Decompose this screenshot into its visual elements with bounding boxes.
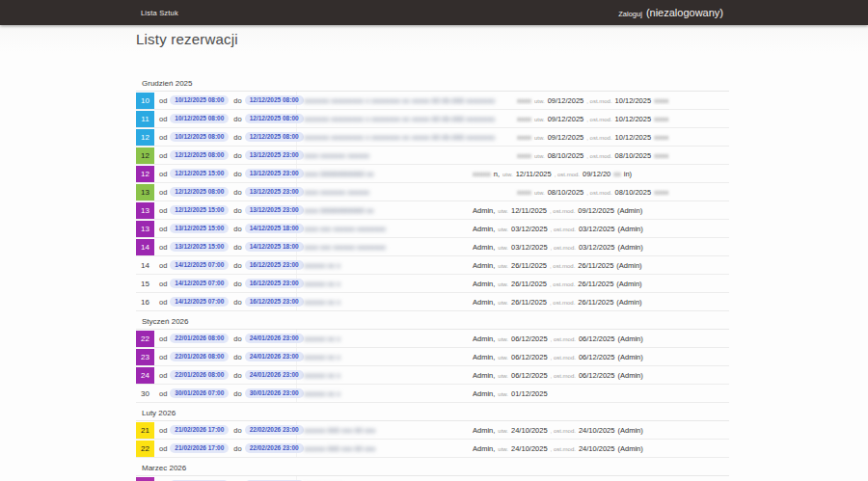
- row-number-badge: 14: [136, 257, 154, 274]
- to-date-pill: 24/01/2026 23:00: [245, 370, 304, 381]
- from-label: od: [159, 133, 167, 142]
- meta-text: 24/10/2025: [579, 426, 615, 435]
- from-label: od: [159, 353, 167, 361]
- meta-text: 06/12/2025: [511, 353, 548, 361]
- row-dates-cell: 13od12/12/2025 15:00do13/12/2025 23:00: [136, 201, 297, 219]
- from-label: od: [159, 444, 167, 453]
- meta-text: 26/11/2025: [511, 280, 547, 288]
- month-group-title: Grudzień 2025: [136, 73, 729, 92]
- from-date-pill: 10/12/2025 08:00: [170, 132, 229, 143]
- to-date-pill: 30/01/2026 23:00: [245, 388, 304, 399]
- meta-label: , ost.mod.: [551, 373, 576, 379]
- reservation-row[interactable]: 13od12/12/2025 08:00do13/12/2025 23:00xx…: [136, 183, 729, 201]
- to-label: do: [233, 96, 241, 105]
- meta-label: , ost.mod.: [550, 263, 575, 269]
- reservation-name-cell: xxxxxx xx x: [297, 353, 471, 361]
- login-link[interactable]: Zaloguj (niezalogowany): [618, 7, 723, 18]
- meta-text: 10/12/2025: [615, 96, 652, 105]
- reservation-row[interactable]: 12od12/12/2025 08:00do13/12/2025 23:00xx…: [136, 147, 729, 165]
- to-label: do: [233, 133, 241, 142]
- reservation-name-redacted: xxxxxx xx x: [304, 353, 340, 361]
- row-number-badge: 30: [136, 386, 154, 402]
- meta-text: 24/10/2025: [511, 426, 548, 435]
- reservation-row[interactable]: 13od12/12/2025 15:00do13/12/2025 23:00xx…: [136, 201, 729, 220]
- meta-text: (Admin): [617, 444, 642, 453]
- reservation-row[interactable]: 14od13/12/2025 15:00do14/12/2025 18:00xx…: [136, 238, 729, 256]
- to-date-pill: 12/12/2025 08:00: [245, 95, 304, 106]
- reservation-row[interactable]: 23od22/01/2026 08:00do24/01/2026 23:00xx…: [136, 348, 729, 366]
- to-label: do: [233, 170, 241, 178]
- to-label: do: [233, 444, 241, 453]
- to-date-pill: 16/12/2025 23:00: [245, 260, 304, 271]
- to-label: do: [233, 280, 241, 288]
- reservation-row[interactable]: 22od22/01/2026 08:00do24/01/2026 23:00xx…: [136, 330, 729, 348]
- meta-label: utw.: [498, 373, 508, 379]
- to-label: do: [233, 353, 241, 361]
- from-date-pill: 21/02/2026 17:00: [170, 425, 229, 436]
- to-date-pill: 22/02/2026 23:00: [245, 425, 304, 436]
- from-date-pill: 22/01/2026 08:00: [170, 352, 229, 362]
- meta-text: 09/12/2025: [548, 96, 584, 105]
- to-label: do: [233, 426, 241, 435]
- reservation-row[interactable]: 30od30/01/2026 07:00do30/01/2026 23:00xx…: [136, 385, 729, 403]
- meta-label: utw.: [498, 245, 508, 251]
- to-label: do: [233, 115, 241, 123]
- to-date-pill: 16/12/2025 23:00: [245, 297, 304, 307]
- month-group-title: Styczeń 2026: [136, 311, 729, 330]
- reservation-row[interactable]: 24od22/01/2026 08:00do24/01/2026 23:00xx…: [136, 366, 729, 385]
- meta-text: 06/12/2025: [579, 371, 615, 380]
- reservation-row[interactable]: 15od14/12/2025 07:00do16/12/2025 23:00xx…: [136, 275, 729, 293]
- reservation-name-cell: xxxxxx 000 xxx 00 xxx: [297, 426, 471, 435]
- to-date-pill: 14/12/2025 18:00: [245, 224, 304, 234]
- reservation-list: Grudzień 202510od10/12/2025 08:00do12/12…: [136, 73, 729, 481]
- meta-label: utw.: [498, 227, 508, 232]
- row-meta-cell: Admin,utw.01/12/2025: [471, 389, 729, 398]
- to-label: do: [233, 371, 241, 380]
- app-title-link[interactable]: Lista Sztuk: [141, 9, 178, 17]
- reservation-row[interactable]: 22od21/02/2026 17:00do22/02/2026 23:00xx…: [136, 440, 729, 458]
- meta-label: utw.: [534, 117, 545, 122]
- meta-label: utw.: [534, 153, 545, 159]
- from-label: od: [159, 261, 167, 270]
- reservation-row[interactable]: 14od14/12/2025 07:00do16/12/2025 23:00xx…: [136, 256, 729, 275]
- from-label: od: [159, 298, 167, 307]
- reservation-name-redacted: xxxx xxx xxxxxx xxxxxxxx: [304, 243, 386, 252]
- reservation-row[interactable]: 10od10/12/2025 08:00do12/12/2025 08:00xx…: [136, 92, 729, 110]
- meta-label: utw.: [498, 428, 508, 434]
- month-group-title: Luty 2026: [136, 403, 729, 421]
- reservation-row[interactable]: 02od02/03/2026 10:00do02/03/2026 15:00xx…: [136, 476, 729, 481]
- from-date-pill: 10/12/2025 08:00: [170, 95, 229, 106]
- meta-text: (Admin): [616, 280, 641, 288]
- to-label: do: [233, 389, 241, 398]
- row-meta-cell: xxxxxn,utw.12/11/2025, ost.mod.09/12/20x…: [471, 170, 729, 178]
- row-number-badge: 12: [136, 129, 154, 146]
- meta-text: 09/12/2025: [548, 133, 584, 142]
- to-label: do: [233, 188, 241, 197]
- reservation-name-cell: xxxx xxx xxxxxx xxxxxxxx: [297, 225, 471, 233]
- meta-text: 09/12/2025: [548, 115, 584, 123]
- row-dates-cell: 14od14/12/2025 07:00do16/12/2025 23:00: [136, 256, 297, 274]
- reservation-name-cell: xxxxxx xx x: [297, 261, 471, 270]
- reservation-name-redacted: xxxxxx 000 xxx 00 xxx: [304, 444, 375, 453]
- reservation-row[interactable]: 11od10/12/2025 08:00do12/12/2025 08:00xx…: [136, 110, 729, 128]
- meta-text: Admin,: [473, 280, 495, 288]
- reservation-row[interactable]: 12od10/12/2025 08:00do12/12/2025 08:00xx…: [136, 128, 729, 147]
- reservation-name-cell: xxxxxx xx x: [297, 298, 471, 307]
- row-meta-cell: xxxxutw.08/10/2025, ost.mod.08/10/2025xx…: [471, 151, 729, 160]
- meta-label: utw.: [534, 98, 545, 104]
- reservation-row[interactable]: 16od14/12/2025 07:00do16/12/2025 23:00xx…: [136, 293, 729, 311]
- meta-label: utw.: [534, 190, 545, 196]
- meta-text: 26/11/2025: [578, 261, 613, 270]
- meta-label: , ost.mod.: [550, 281, 575, 287]
- reservation-name-redacted: xxxx 00000000000 xx: [304, 170, 374, 178]
- meta-label: , ost.mod.: [551, 428, 576, 434]
- meta-text: 08/10/2025: [615, 188, 652, 197]
- reservation-row[interactable]: 13od13/12/2025 15:00do14/12/2025 18:00xx…: [136, 220, 729, 238]
- row-number-badge: 13: [136, 184, 154, 200]
- from-date-pill: 30/01/2026 07:00: [170, 388, 229, 399]
- row-dates-cell: 21od21/02/2026 17:00do22/02/2026 23:00: [136, 421, 297, 439]
- meta-label: utw.: [498, 391, 508, 397]
- reservation-row[interactable]: 12od12/12/2025 15:00do13/12/2025 23:00xx…: [136, 165, 729, 183]
- meta-text: 06/12/2025: [511, 334, 548, 343]
- reservation-row[interactable]: 21od21/02/2026 17:00do22/02/2026 23:00xx…: [136, 421, 729, 440]
